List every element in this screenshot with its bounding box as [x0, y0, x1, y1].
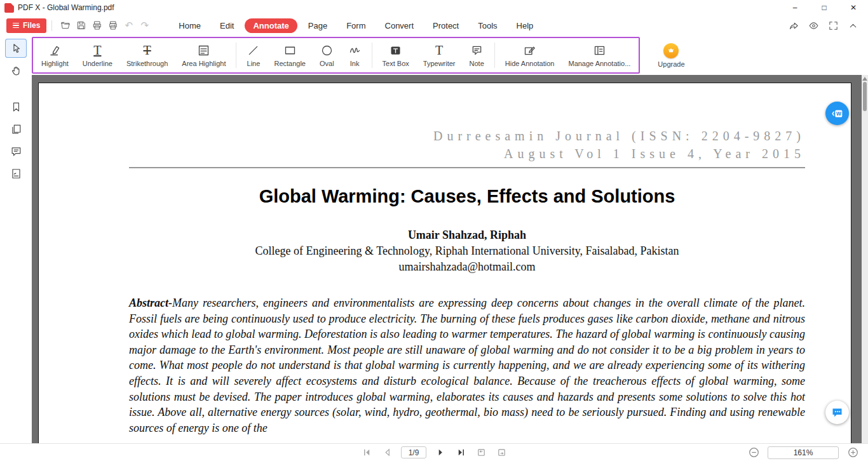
underline-icon: T [93, 43, 101, 57]
next-page-icon [436, 448, 445, 457]
note-tool-button[interactable]: Note [463, 38, 491, 72]
open-file-button[interactable] [57, 18, 73, 33]
print-preview-button[interactable] [89, 18, 105, 33]
folder-open-icon [60, 20, 71, 30]
manage-annotations-button[interactable]: Manage Annotatio... [561, 38, 637, 72]
menubar-right-icons [785, 18, 862, 33]
tool-label: Text Box [383, 60, 409, 67]
minimize-button[interactable]: – [780, 0, 810, 15]
select-tool-button[interactable] [5, 39, 27, 58]
print-button[interactable] [105, 18, 121, 33]
hand-tool-button[interactable] [5, 61, 27, 80]
zoom-level-input[interactable] [768, 446, 839, 459]
redo-button[interactable]: ↷ [137, 18, 153, 33]
text-box-tool-button[interactable]: Text Box [376, 38, 416, 72]
zoom-in-button[interactable] [846, 446, 859, 459]
chat-bubble-icon [831, 406, 844, 419]
tool-label: Area Highlight [182, 60, 226, 67]
next-view-icon [497, 448, 506, 457]
svg-text:W: W [836, 111, 841, 117]
tab-protect[interactable]: Protect [424, 18, 467, 33]
line-tool-button[interactable]: Line [240, 38, 267, 72]
abstract-text: Many researchers, engineers and environm… [129, 297, 805, 434]
zoom-controls [747, 446, 859, 459]
tab-edit[interactable]: Edit [212, 18, 242, 33]
app-logo-icon [4, 3, 14, 13]
vertical-scrollbar[interactable] [862, 75, 868, 443]
save-button[interactable] [73, 18, 89, 33]
scrollbar-thumb[interactable] [863, 82, 867, 111]
tool-label: Ink [350, 60, 360, 67]
files-button[interactable]: Files [6, 18, 46, 33]
tab-annotate[interactable]: Annotate [245, 18, 297, 33]
strikethrough-tool-button[interactable]: T Strikethrough [119, 38, 175, 72]
bookmarks-panel-button[interactable] [5, 97, 27, 116]
tool-label: Rectangle [274, 60, 306, 67]
convert-to-word-button[interactable]: W [825, 102, 849, 125]
signature-panel-button[interactable] [5, 164, 27, 183]
tab-form[interactable]: Form [338, 18, 374, 33]
tab-convert[interactable]: Convert [377, 18, 423, 33]
comments-panel-button[interactable] [5, 142, 27, 161]
ink-tool-button[interactable]: Ink [341, 38, 369, 72]
share-button[interactable] [785, 18, 803, 33]
tool-label: Hide Annotation [505, 60, 555, 67]
pdf-page[interactable]: Durreesamin Journal (ISSN: 2204-9827) Au… [38, 83, 851, 443]
left-sidebar [0, 36, 32, 443]
print-preview-icon [92, 20, 102, 30]
highlight-tool-button[interactable]: Highlight [34, 38, 76, 72]
first-page-button[interactable] [360, 446, 373, 459]
area-highlight-tool-button[interactable]: Area Highlight [175, 38, 233, 72]
close-button[interactable]: ✕ [839, 0, 868, 15]
thumbnails-panel-button[interactable] [5, 119, 27, 138]
previous-view-button[interactable] [475, 446, 487, 459]
zoom-in-icon [848, 447, 858, 458]
save-icon [76, 20, 86, 30]
page-number-input[interactable] [401, 446, 426, 458]
tab-home[interactable]: Home [170, 18, 209, 33]
rectangle-icon [283, 43, 297, 57]
paper-abstract: Abstract-Many researchers, engineers and… [129, 295, 805, 436]
zoom-out-icon [749, 447, 759, 458]
tab-page[interactable]: Page [300, 18, 336, 33]
annotation-toolbar: Highlight T Underline T Strikethrough [32, 37, 640, 74]
highlight-icon [48, 43, 62, 57]
comment-icon [10, 145, 22, 157]
collapse-toolbar-button[interactable] [844, 18, 862, 33]
ink-icon [348, 43, 362, 57]
feedback-chat-button[interactable] [825, 401, 849, 424]
text-box-icon [389, 43, 402, 57]
fullscreen-icon [828, 20, 839, 31]
paper-email: umairshahzada@hotmail.com [129, 260, 805, 274]
previous-view-icon [477, 448, 486, 457]
scroll-up-icon[interactable] [862, 77, 867, 81]
area-highlight-icon [197, 43, 210, 57]
toolbar-group-divider [372, 43, 372, 68]
paper-author: Umair Shahzad, Riphah [129, 229, 805, 242]
upgrade-button[interactable]: Upgrade [658, 43, 684, 68]
word-convert-icon: W [831, 107, 844, 121]
fullscreen-button[interactable] [825, 18, 842, 33]
rectangle-tool-button[interactable]: Rectangle [267, 38, 313, 72]
zoom-out-button[interactable] [747, 446, 760, 459]
tool-label: Underline [83, 60, 112, 67]
undo-button[interactable]: ↶ [121, 18, 137, 33]
titlebar: PDF X - Global Warming.pdf – □ ✕ [0, 0, 868, 15]
underline-tool-button[interactable]: T Underline [76, 38, 119, 72]
typewriter-tool-button[interactable]: T Typewriter [416, 38, 463, 72]
oval-tool-button[interactable]: Oval [313, 38, 341, 72]
last-page-button[interactable] [454, 446, 467, 459]
upgrade-label: Upgrade [658, 60, 684, 68]
previous-page-button[interactable] [381, 446, 393, 459]
manage-annotations-icon [593, 43, 606, 57]
read-mode-button[interactable] [805, 18, 822, 33]
maximize-button[interactable]: □ [810, 0, 839, 15]
hide-annotation-button[interactable]: Hide Annotation [498, 38, 562, 72]
strikethrough-icon: T [144, 43, 151, 57]
abstract-label: Abstract- [129, 297, 172, 309]
printer-icon [108, 20, 118, 30]
tab-help[interactable]: Help [508, 18, 542, 33]
tab-tools[interactable]: Tools [470, 18, 505, 33]
next-view-button[interactable] [495, 446, 508, 459]
next-page-button[interactable] [434, 446, 447, 459]
